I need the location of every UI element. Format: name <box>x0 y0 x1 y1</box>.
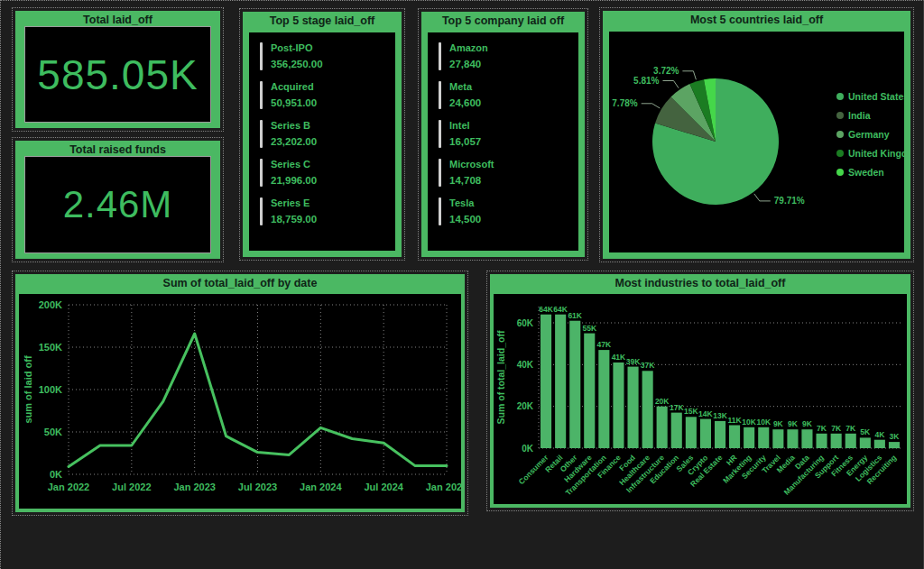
bar-value-label: 10K <box>742 418 756 427</box>
item-accent-bar <box>260 159 263 187</box>
legend-dot-icon <box>836 131 844 138</box>
bar-support[interactable] <box>831 434 842 448</box>
bar-logistics[interactable] <box>874 440 885 448</box>
bar-sales[interactable] <box>686 417 697 448</box>
bar-recruiting[interactable] <box>889 442 900 448</box>
y-tick-label: 50K <box>44 427 62 437</box>
pie-percent-label: 5.81% <box>633 76 659 86</box>
item-accent-bar <box>439 159 441 187</box>
bar-education[interactable] <box>671 413 682 448</box>
item-value: 356,250.00 <box>271 59 323 70</box>
bar-manufacturing[interactable] <box>817 434 827 448</box>
panel-title: Top 5 company laid off <box>421 12 585 31</box>
legend-item-sweden[interactable]: Sweden <box>836 167 904 178</box>
bar-crypto[interactable] <box>700 419 711 448</box>
card-total-raised-funds[interactable]: Total raised funds 2.46M <box>15 141 220 259</box>
item-accent-bar <box>260 120 263 148</box>
bar-travel[interactable] <box>772 429 783 448</box>
item-label: Intel <box>449 120 481 132</box>
list-item[interactable]: Microsoft14,708 <box>439 159 578 187</box>
list-item[interactable]: Tesla14,500 <box>439 197 578 225</box>
kpi-value: 2.46M <box>63 183 173 226</box>
legend-item-germany[interactable]: Germany <box>836 129 904 140</box>
bar-infrastructure[interactable] <box>657 407 668 448</box>
pie-percent-label: 7.78% <box>612 98 637 108</box>
bar-value-label: 64K <box>553 305 568 314</box>
item-value: 14,708 <box>449 175 494 187</box>
bar-other[interactable] <box>569 321 580 448</box>
x-tick-label: Jul 2023 <box>238 482 277 492</box>
legend-dot-icon <box>836 112 844 119</box>
panel-bar-chart[interactable]: Most industries to total_laid_off 0K20K4… <box>490 274 910 508</box>
bar-transportation[interactable] <box>598 350 609 448</box>
pie-percent-label: 3.72% <box>653 66 679 76</box>
item-label: Microsoft <box>449 159 494 170</box>
card-total-laid-off[interactable]: Total laid_off 585.05K <box>15 11 220 128</box>
legend-label: United Kingd... <box>848 148 904 159</box>
y-axis-title: Sum of total_laid_off <box>495 330 506 424</box>
panel-countries-pie[interactable]: Most 5 countries laid_off 79.71%7.78%5.8… <box>603 11 910 259</box>
bar-data[interactable] <box>801 429 812 448</box>
bar-hardware[interactable] <box>584 334 595 448</box>
kpi-body: 585.05K <box>24 26 211 123</box>
bar-value-label: 20K <box>655 397 670 406</box>
legend-dot-icon <box>836 93 844 100</box>
company-list: Amazon27,840Meta24,600Intel16,057Microso… <box>428 32 578 251</box>
bar-food[interactable] <box>628 367 639 448</box>
list-item[interactable]: Amazon27,840 <box>439 42 578 70</box>
list-item[interactable]: Post-IPO356,250.00 <box>260 42 395 70</box>
bar-value-label: 64K <box>539 305 553 314</box>
bar-fitness[interactable] <box>845 434 856 448</box>
x-tick-label: Jan 2025 <box>426 482 461 492</box>
item-value: 21,996.00 <box>271 175 317 187</box>
bar-media[interactable] <box>787 429 798 448</box>
bar-retail[interactable] <box>555 315 566 448</box>
legend-item-united-states[interactable]: United States <box>836 91 904 102</box>
item-label: Series B <box>271 120 317 132</box>
laid-off-by-date-line-chart[interactable]: 0K50K100K150K200KJan 2022Jul 2022Jan 202… <box>19 294 461 509</box>
bar-healthcare[interactable] <box>642 371 653 448</box>
bar-real-estate[interactable] <box>715 421 725 448</box>
item-label: Amazon <box>449 42 488 54</box>
list-item[interactable]: Meta24,600 <box>439 81 578 109</box>
legend-item-united-kingd-[interactable]: United Kingd... <box>836 148 904 159</box>
bar-energy[interactable] <box>860 437 871 448</box>
panel-top5-company[interactable]: Top 5 company laid off Amazon27,840Meta2… <box>421 12 585 257</box>
list-item[interactable]: Series B23,202.00 <box>260 120 395 148</box>
x-tick-label: Jan 2023 <box>173 482 215 492</box>
legend-item-india[interactable]: India <box>836 110 904 121</box>
kpi-value: 585.05K <box>37 50 198 99</box>
legend-label: India <box>848 110 871 121</box>
bar-marketing[interactable] <box>744 427 754 448</box>
bar-value-label: 11K <box>728 416 743 425</box>
list-item[interactable]: Series C21,996.00 <box>260 159 395 187</box>
bar-finance[interactable] <box>613 363 624 448</box>
industries-bar-chart[interactable]: 0K20K40K60KSum of total_laid_off64KConsu… <box>494 294 907 504</box>
bar-hr[interactable] <box>729 426 740 449</box>
bar-value-label: 17K <box>670 403 684 412</box>
panel-title: Most 5 countries laid_off <box>603 11 910 30</box>
item-label: Post-IPO <box>271 42 323 54</box>
item-accent-bar <box>439 42 441 70</box>
y-tick-label: 60K <box>517 318 534 328</box>
bar-value-label: 9K <box>773 419 784 428</box>
panel-line-chart[interactable]: Sum of total_laid_off by date 0K50K100K1… <box>15 274 465 512</box>
y-tick-label: 0K <box>522 444 534 454</box>
list-item[interactable]: Series E18,759.00 <box>260 197 395 225</box>
pie-chart-area: 79.71%7.78%5.81%3.72% United StatesIndia… <box>609 32 904 252</box>
bar-value-label: 7K <box>845 424 856 433</box>
list-item[interactable]: Intel16,057 <box>439 120 578 148</box>
bar-security[interactable] <box>758 427 769 448</box>
item-value: 16,057 <box>449 136 481 148</box>
bar-value-label: 15K <box>684 407 698 416</box>
panel-top5-stage[interactable]: Top 5 stage laid_off Post-IPO356,250.00A… <box>243 12 402 257</box>
laid-off-line-series[interactable] <box>69 334 447 467</box>
y-tick-label: 40K <box>517 360 534 370</box>
bar-value-label: 3K <box>890 432 901 441</box>
list-item[interactable]: Acquired50,951.00 <box>260 81 395 109</box>
panel-title: Top 5 stage laid_off <box>243 12 402 31</box>
item-value: 18,759.00 <box>271 214 317 225</box>
item-value: 50,951.00 <box>271 97 317 109</box>
y-tick-label: 200K <box>39 299 62 310</box>
bar-consumer[interactable] <box>541 315 551 448</box>
